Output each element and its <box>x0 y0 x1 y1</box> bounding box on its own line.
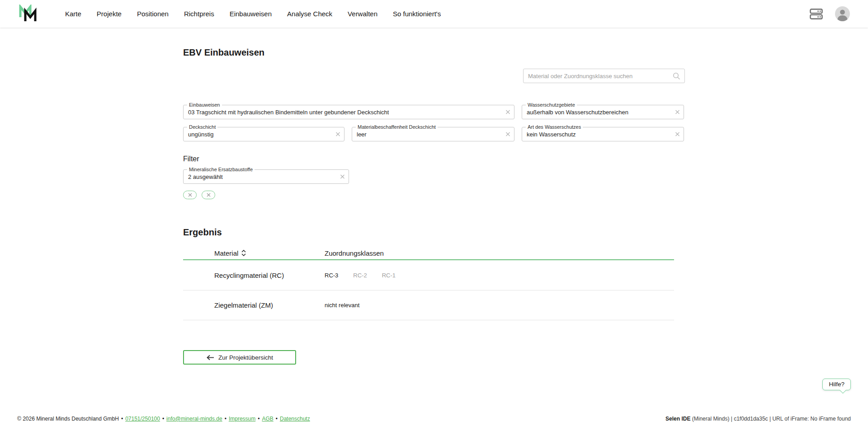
results-heading: Ergebnis <box>183 227 685 238</box>
main-navigation: Karte Projekte Positionen Richtpreis Ein… <box>65 10 441 18</box>
results-table: Material Zuordnungsklassen Recyclingmate… <box>183 247 674 320</box>
material-name: Recyclingmaterial (RC) <box>214 272 325 279</box>
search-input[interactable] <box>528 73 673 80</box>
datenschutz-link[interactable]: Datenschutz <box>280 416 310 422</box>
page-footer: © 2026 Mineral Minds Deutschland GmbH • … <box>0 416 868 422</box>
copyright-text: © 2026 Mineral Minds Deutschland GmbH <box>17 416 119 422</box>
search-icon <box>673 72 680 80</box>
page-title: EBV Einbauweisen <box>183 47 685 58</box>
deckschicht-label: Deckschicht <box>187 124 217 130</box>
deckschicht-clear-icon[interactable] <box>335 132 340 137</box>
nav-item-positionen[interactable]: Positionen <box>137 10 169 18</box>
materialbeschaffenheit-select[interactable]: Materialbeschaffenheit Deckschicht leer <box>352 127 514 141</box>
remove-icon <box>207 193 211 197</box>
mineralische-ersatzbaustoffe-select[interactable]: Mineralische Ersatzbaustoffe 2 ausgewähl… <box>183 169 349 184</box>
art-des-wasserschutzes-value: kein Wasserschutz <box>527 131 576 138</box>
table-row-ziegelmaterial: Ziegelmaterial (ZM) nicht relevant <box>183 290 674 320</box>
main-content: EBV Einbauweisen Einbauweisen 03 Tragsch… <box>183 47 685 365</box>
einbauweisen-clear-icon[interactable] <box>505 110 510 115</box>
einbauweisen-label: Einbauweisen <box>187 102 222 108</box>
phone-link[interactable]: 07151/250100 <box>125 416 160 422</box>
user-avatar-icon <box>835 6 850 21</box>
materialbeschaffenheit-value: leer <box>357 131 367 138</box>
zuordnungsklasse-rc1: RC-1 <box>382 272 396 279</box>
server-status-button[interactable] <box>809 8 823 20</box>
zuordnungsklasse-nicht-relevant: nicht relevant <box>325 302 359 309</box>
wasserschutzgebiete-clear-icon[interactable] <box>675 110 680 115</box>
column-header-material[interactable]: Material <box>214 249 325 257</box>
column-header-zuordnungsklassen: Zuordnungsklassen <box>325 249 384 257</box>
zuordnungsklasse-rc3: RC-3 <box>325 272 338 279</box>
materialbeschaffenheit-clear-icon[interactable] <box>505 132 510 137</box>
wasserschutzgebiete-value: außerhalb von Wasserschutzbereichen <box>527 109 628 116</box>
selected-filter-chips <box>183 191 685 199</box>
nav-item-projekte[interactable]: Projekte <box>97 10 122 18</box>
nav-item-so-funktionierts[interactable]: So funktioniert's <box>393 10 441 18</box>
nav-item-karte[interactable]: Karte <box>65 10 81 18</box>
nav-item-analyse-check[interactable]: Analyse Check <box>287 10 332 18</box>
back-to-project-overview-button[interactable]: Zur Projektübersicht <box>183 350 296 365</box>
table-header-row: Material Zuordnungsklassen <box>183 247 674 260</box>
zuordnungsklasse-rc2: RC-2 <box>353 272 367 279</box>
wasserschutzgebiete-label: Wasserschutzgebiete <box>526 102 577 108</box>
deckschicht-select[interactable]: Deckschicht ungünstig <box>183 127 344 141</box>
debug-info: Selen IDE (Mineral Minds) | c1f0dd1da35c… <box>665 416 851 422</box>
art-des-wasserschutzes-label: Art des Wasserschutzes <box>526 124 583 130</box>
table-row-recyclingmaterial: Recyclingmaterial (RC) RC-3 RC-2 RC-1 <box>183 260 674 290</box>
back-button-label: Zur Projektübersicht <box>218 354 273 361</box>
filter-chip-remove-2[interactable] <box>202 191 215 199</box>
sort-icon <box>241 249 246 257</box>
mineral-minds-logo[interactable] <box>19 5 39 23</box>
user-menu-button[interactable] <box>835 6 850 21</box>
nav-item-einbauweisen[interactable]: Einbauweisen <box>230 10 272 18</box>
agb-link[interactable]: AGB <box>262 416 273 422</box>
remove-icon <box>188 193 192 197</box>
impressum-link[interactable]: Impressum <box>229 416 255 422</box>
material-name: Ziegelmaterial (ZM) <box>214 301 325 309</box>
einbauweisen-value: 03 Tragschicht mit hydraulischen Bindemi… <box>188 109 389 116</box>
mineralische-ersatzbaustoffe-value: 2 ausgewählt <box>188 173 223 180</box>
wasserschutzgebiete-select[interactable]: Wasserschutzgebiete außerhalb von Wasser… <box>522 105 684 119</box>
email-link[interactable]: info@mineral-minds.de <box>166 416 222 422</box>
mineralische-ersatzbaustoffe-label: Mineralische Ersatzbaustoffe <box>187 166 255 173</box>
materialbeschaffenheit-label: Materialbeschaffenheit Deckschicht <box>356 124 438 130</box>
filter-heading: Filter <box>183 155 685 163</box>
nav-item-verwalten[interactable]: Verwalten <box>348 10 377 18</box>
filter-chip-remove-1[interactable] <box>183 191 197 199</box>
einbauweisen-select[interactable]: Einbauweisen 03 Tragschicht mit hydrauli… <box>183 105 514 119</box>
search-field <box>523 69 685 83</box>
art-des-wasserschutzes-select[interactable]: Art des Wasserschutzes kein Wasserschutz <box>522 127 684 141</box>
deckschicht-value: ungünstig <box>188 131 213 138</box>
arrow-left-icon <box>206 355 214 360</box>
nav-item-richtpreis[interactable]: Richtpreis <box>184 10 214 18</box>
top-navbar: Karte Projekte Positionen Richtpreis Ein… <box>0 0 868 28</box>
server-icon <box>809 8 823 20</box>
mineralische-ersatzbaustoffe-clear-icon[interactable] <box>340 174 345 179</box>
help-button[interactable]: Hilfe? <box>822 379 851 390</box>
art-des-wasserschutzes-clear-icon[interactable] <box>675 132 680 137</box>
